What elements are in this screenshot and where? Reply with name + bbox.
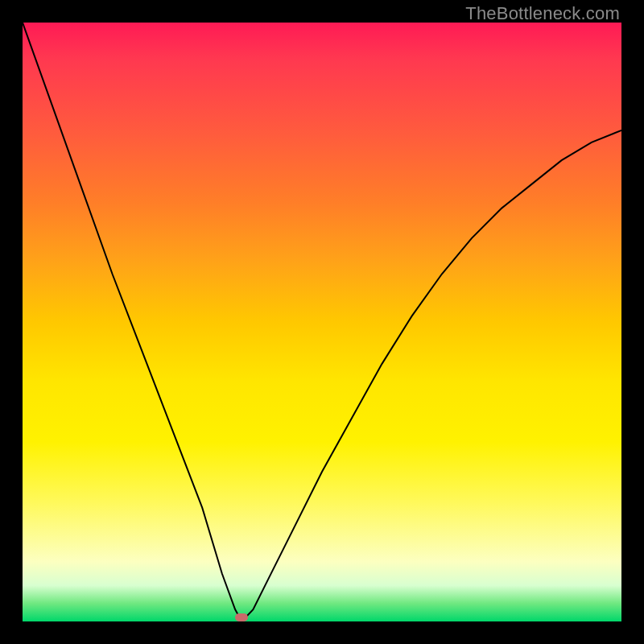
plot-area xyxy=(23,23,621,621)
optimal-point-marker xyxy=(235,613,248,621)
bottleneck-curve xyxy=(23,23,621,621)
watermark-text: TheBottleneck.com xyxy=(465,3,620,24)
chart-frame: TheBottleneck.com xyxy=(0,0,644,644)
